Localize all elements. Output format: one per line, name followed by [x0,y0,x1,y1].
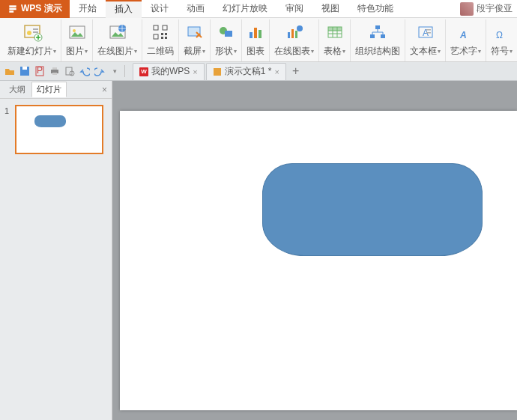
svg-rect-29 [370,34,375,38]
chevron-down-icon: ▾ [134,48,137,55]
print-icon[interactable] [48,64,61,78]
qat-dropdown-icon[interactable]: ▾ [108,64,121,78]
online-chart-icon [285,23,303,41]
orgchart-icon [369,23,387,41]
ribbon-online-chart[interactable]: 在线图表▾ [270,19,319,61]
thumb-tab-outline[interactable]: 大纲 [4,82,30,97]
svg-rect-11 [154,34,158,39]
doc-tab-presentation[interactable]: 演示文稿1 * × [206,63,286,80]
svg-rect-22 [288,32,290,38]
chevron-down-icon: ▾ [234,48,237,55]
svg-rect-3 [33,31,38,33]
textbox-icon: A [417,23,435,41]
slide-thumbnail[interactable]: 1 [4,105,107,154]
menu-tab-slideshow[interactable]: 幻灯片放映 [214,0,276,18]
doc-tab-mywps[interactable]: W 我的WPS × [133,63,205,80]
menu-tab-features[interactable]: 特色功能 [348,0,402,18]
workspace: 大纲 幻灯片 × 1 [0,81,517,420]
svg-rect-10 [163,25,167,30]
slide-number: 1 [4,105,12,154]
svg-rect-21 [258,30,261,38]
ribbon-online-picture[interactable]: 在线图片▾ [93,19,142,61]
app-badge: WPS 演示 [0,0,70,18]
menu-tab-start[interactable]: 开始 [70,0,106,18]
menu-tab-review[interactable]: 审阅 [276,0,312,18]
svg-rect-46 [52,73,57,75]
ribbon-wordart[interactable]: A 艺术字▾ [446,19,486,61]
svg-rect-28 [375,25,380,29]
thumbnail-list: 1 [0,99,112,160]
ribbon-orgchart[interactable]: 组织结构图 [351,19,405,61]
slide-canvas[interactable] [120,111,517,410]
save-icon[interactable] [18,64,31,78]
chevron-down-icon: ▾ [311,48,314,55]
svg-text:A: A [459,30,467,40]
open-icon[interactable] [3,64,16,78]
canvas-area[interactable] [112,81,517,420]
symbol-icon: Ω [493,23,511,41]
svg-text:P: P [37,66,43,76]
thumb-tab-slides[interactable]: 幻灯片 [31,82,67,97]
ribbon-table[interactable]: 表格▾ [319,19,351,61]
ribbon-new-slide[interactable]: 新建幻灯片▾ [3,19,61,61]
table-icon [326,23,344,41]
thumbnail-tabs: 大纲 幻灯片 × [0,81,112,99]
add-tab-button[interactable]: + [288,64,303,78]
close-icon[interactable]: × [193,67,197,76]
ribbon-textbox[interactable]: A 文本框▾ [405,19,446,61]
wordart-icon: A [457,23,475,41]
redo-icon[interactable] [93,64,106,78]
svg-rect-18 [225,31,232,37]
svg-point-6 [73,29,76,32]
svg-rect-24 [295,31,297,38]
separator [124,65,125,77]
svg-rect-41 [22,67,27,70]
menu-tab-insert[interactable]: 插入 [106,0,142,18]
svg-rect-34 [426,32,431,34]
ribbon-qrcode[interactable]: 二维码 [142,19,179,61]
svg-rect-14 [161,37,163,39]
print-preview-icon[interactable] [63,64,76,78]
svg-rect-20 [254,28,257,38]
wps-badge-icon: W [139,67,148,76]
app-logo-icon [7,4,18,14]
ribbon-shapes[interactable]: 形状▾ [211,19,242,61]
ribbon-chart[interactable]: 图表 [242,19,270,61]
export-pdf-icon[interactable]: P [33,64,46,78]
svg-rect-30 [381,34,385,38]
chevron-down-icon: ▾ [438,48,441,55]
chevron-down-icon: ▾ [85,48,88,55]
undo-icon[interactable] [78,64,91,78]
preview-shape [34,115,66,127]
ribbon: 新建幻灯片▾ 图片▾ 在线图片▾ 二维码 截屏▾ 形状▾ 图表 在线图表▾ 表格… [0,18,517,62]
chart-icon [247,23,264,41]
svg-rect-9 [154,25,158,30]
ribbon-screenshot[interactable]: 截屏▾ [179,19,211,61]
picture-icon [68,23,86,41]
svg-rect-27 [328,27,342,31]
new-slide-icon [22,22,43,42]
screenshot-icon [186,23,204,41]
svg-point-1 [27,31,31,35]
close-icon[interactable]: × [274,67,279,76]
menu-tab-anim[interactable]: 动画 [178,0,214,18]
rounded-rectangle-shape[interactable] [262,163,483,256]
quick-access-toolbar: P ▾ W 我的WPS × 演示文稿1 * × + [0,62,517,81]
title-bar: WPS 演示 开始 插入 设计 动画 幻灯片放映 审阅 视图 特色功能 段宇俊亚 [0,0,517,18]
chevron-down-icon: ▾ [510,48,513,55]
user-area[interactable]: 段宇俊亚 [460,2,517,16]
svg-rect-23 [291,29,294,38]
app-name: WPS 演示 [21,2,62,15]
ppt-file-icon [213,67,222,76]
svg-rect-45 [52,67,57,70]
menu-tab-design[interactable]: 设计 [142,0,178,18]
svg-rect-49 [214,68,221,76]
qrcode-icon [152,24,169,40]
chevron-down-icon: ▾ [342,48,345,55]
ribbon-symbol[interactable]: Ω 符号▾ [486,19,517,61]
menu-tab-view[interactable]: 视图 [312,0,348,18]
ribbon-picture[interactable]: 图片▾ [61,19,93,61]
panel-close-icon[interactable]: × [102,85,107,95]
user-name: 段宇俊亚 [477,2,513,15]
svg-rect-13 [165,33,167,35]
